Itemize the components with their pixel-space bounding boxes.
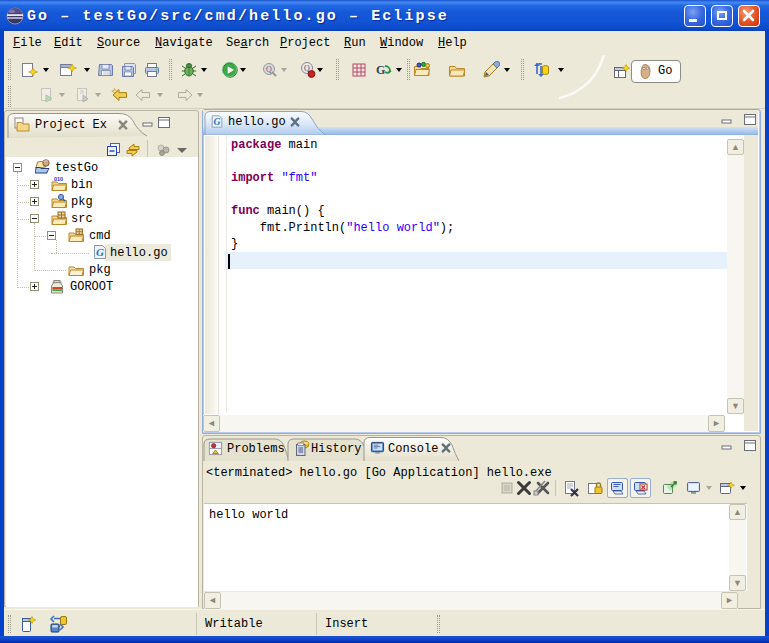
svg-text:G: G (96, 246, 104, 258)
svg-text:G: G (376, 63, 385, 77)
svg-text:Q: Q (266, 65, 272, 74)
svg-text:010: 010 (54, 176, 63, 182)
svg-text:G: G (214, 116, 221, 127)
